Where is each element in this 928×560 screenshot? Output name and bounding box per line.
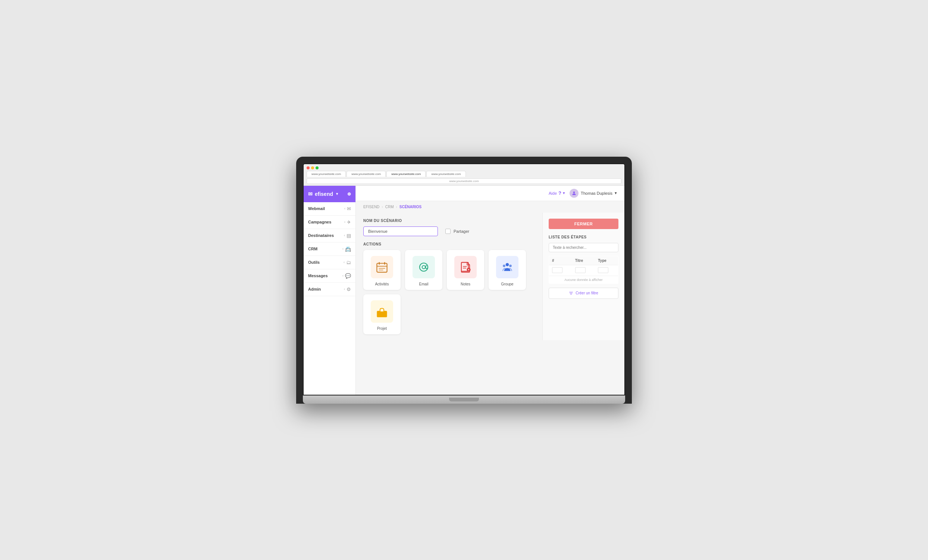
action-card-email[interactable]: Email [405,250,443,290]
svg-rect-20 [380,310,384,311]
creer-filtre-button[interactable]: Créer un filtre [549,288,618,299]
groupe-label: Groupe [501,282,513,286]
brand-icon: ✉ [308,191,313,197]
sidebar-item-campagnes[interactable]: Campagnes ‹ ✈ [304,216,356,229]
main-content: Aide ? ▾ Thomas Duplesis ▾ [356,186,624,395]
sidebar-item-admin[interactable]: Admin ‹ ⚙ [304,283,356,296]
sidebar-item-outils[interactable]: Outils ‹ 🗂 [304,256,356,269]
svg-point-18 [509,264,512,267]
action-card-notes[interactable]: Notes [447,250,484,290]
creer-filtre-label: Créer un filtre [575,291,598,295]
actions-section-title: ACTIONS [363,242,535,246]
right-panel: FERMER LISTE DES ÉTAPES # Titre Type [542,213,624,340]
avatar [569,189,578,198]
svg-point-9 [422,265,426,269]
breadcrumb-separator: › [396,205,397,209]
scenario-section-title: NOM DU SCÉNARIO [363,219,535,223]
actions-section: ACTIONS [363,242,535,334]
chevron-icon: ‹ [344,207,345,211]
help-button[interactable]: Aide ? ▾ [549,190,565,196]
sidebar-item-messages[interactable]: Messages ‹ 💬 [304,269,356,283]
no-data-message: Aucune donnée à afficher [549,276,618,284]
chevron-icon: ‹ [344,220,345,224]
browser-tab[interactable]: www.yourwebsite.com [346,171,386,177]
breadcrumb-separator: › [382,205,383,209]
filter-type[interactable] [598,267,608,273]
notes-icon-wrap [454,256,477,278]
browser-tab[interactable]: www.yourwebsite.com [426,171,466,177]
breadcrumb-item-scenarios[interactable]: SCÉNARIOS [400,205,421,209]
svg-point-0 [573,191,575,193]
svg-point-17 [503,264,505,267]
svg-rect-19 [377,311,387,317]
outils-icon: 🗂 [346,260,351,265]
left-panel: NOM DU SCÉNARIO Partager ACT [356,213,542,340]
address-bar[interactable]: www.yourwebsite.com [307,179,621,184]
header-settings-icon[interactable]: ⊕ [347,191,351,197]
minimize-dot[interactable] [311,166,314,169]
top-bar: Aide ? ▾ Thomas Duplesis ▾ [356,186,624,201]
svg-point-16 [506,262,509,266]
actions-grid: Activités [363,250,535,334]
sidebar-item-webmail[interactable]: Webmail ‹ ✉ [304,202,356,216]
sidebar-item-crm[interactable]: CRM ‹ 📇 [304,243,356,256]
chevron-icon: ‹ [344,287,345,291]
scenario-name-section: NOM DU SCÉNARIO Partager [363,219,535,236]
projet-label: Projet [377,327,387,331]
breadcrumb-item-home[interactable]: EFISEND [363,205,379,209]
messages-icon: 💬 [345,273,351,279]
action-card-activites[interactable]: Activités [363,250,401,290]
filter-row [549,265,618,276]
filter-hash[interactable] [552,267,562,273]
email-label: Email [419,282,428,286]
projet-icon-wrap [371,300,393,323]
activites-icon-wrap [371,256,393,278]
browser-tab-active[interactable]: www.yourwebsite.com [386,171,426,177]
svg-rect-5 [384,262,385,264]
question-icon: ? [559,190,561,196]
chevron-icon: ‹ [342,274,343,278]
brand-dropdown-icon[interactable]: ▾ [336,192,338,196]
webmail-icon: ✉ [347,206,351,212]
close-button[interactable]: FERMER [549,219,618,229]
filter-icon [569,291,573,296]
partager-label: Partager [453,229,469,233]
scenario-name-input[interactable] [363,226,438,236]
brand-header: ✉ efisend ▾ ⊕ [304,186,356,202]
brand-name: efisend [315,191,333,197]
user-menu[interactable]: Thomas Duplesis ▾ [569,189,617,198]
campagnes-icon: ✈ [347,220,351,225]
svg-rect-1 [377,263,387,272]
user-dropdown-icon[interactable]: ▾ [615,191,617,195]
email-icon-wrap [412,256,435,278]
etapes-title: LISTE DES ÉTAPES [549,235,618,239]
close-dot[interactable] [307,166,310,169]
chevron-icon: ‹ [343,260,345,264]
partager-checkbox[interactable] [445,229,450,234]
action-card-groupe[interactable]: Groupe [488,250,526,290]
col-header-type: Type [595,256,618,265]
no-data-row: Aucune donnée à afficher [549,276,618,284]
breadcrumb-item-crm[interactable]: CRM [385,205,394,209]
destinataires-icon: ▤ [346,233,351,238]
groupe-icon-wrap [496,256,519,278]
svg-point-8 [420,262,428,271]
etapes-table: # Titre Type [549,256,618,284]
svg-rect-4 [379,262,380,264]
action-card-projet[interactable]: Projet [363,294,401,334]
chevron-icon: ‹ [342,247,343,251]
crm-icon: 📇 [345,246,351,252]
etapes-search-input[interactable] [549,243,618,252]
breadcrumb: EFISEND › CRM › SCÉNARIOS [356,201,624,213]
browser-tab[interactable]: www.yourwebsite.com [307,171,346,177]
help-dropdown-icon[interactable]: ▾ [563,191,565,195]
chevron-icon: ‹ [344,233,345,237]
filter-titre[interactable] [575,267,586,273]
admin-icon: ⚙ [346,287,351,292]
partager-row: Partager [445,229,469,234]
col-header-hash: # [549,256,572,265]
maximize-dot[interactable] [316,166,319,169]
sidebar-item-destinataires[interactable]: Destinataires ‹ ▤ [304,229,356,243]
sidebar: ✉ efisend ▾ ⊕ Webmail ‹ ✉ Campagnes ‹ [304,186,356,395]
col-header-titre: Titre [572,256,595,265]
